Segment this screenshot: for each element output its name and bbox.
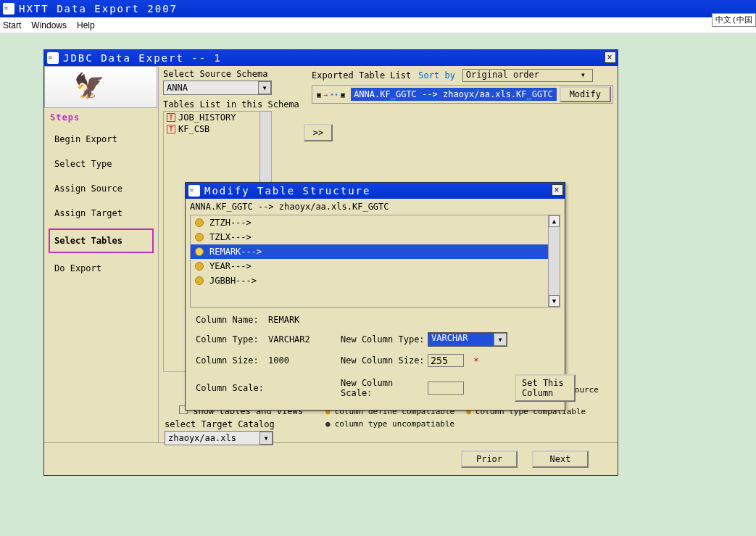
wizard-title: JDBC Data Expert -- 1 — [63, 52, 222, 64]
export-header: Exported Table List Sort by Original ord… — [312, 69, 613, 82]
scroll-up-icon[interactable]: ▲ — [549, 215, 560, 227]
catalog-area: show tables and views select Target Cata… — [165, 405, 317, 445]
source-schema-label: Select Source Schema — [163, 69, 303, 79]
required-star-icon: * — [473, 356, 478, 366]
next-button[interactable]: Next — [532, 450, 589, 468]
chevron-down-icon[interactable]: ▾ — [259, 432, 273, 445]
column-detail-grid: Column Name: REMARK Column Type: VARCHAR… — [186, 308, 565, 409]
column-name: YEAR---> — [209, 261, 252, 271]
column-name: TZLX---> — [209, 232, 252, 242]
step-select-type[interactable]: Select Type — [44, 152, 158, 176]
dialog-titlebar: Modify Table Structure × — [186, 183, 565, 199]
chevron-down-icon[interactable]: ▾ — [258, 81, 271, 94]
menu-help[interactable]: Help — [77, 20, 95, 30]
source-schema-select[interactable]: ANNA ▾ — [163, 81, 272, 95]
eagle-image — [44, 66, 157, 108]
status-icon — [195, 276, 204, 285]
column-row[interactable]: YEAR---> — [191, 259, 560, 273]
new-column-size-input[interactable] — [428, 354, 464, 367]
step-do-export[interactable]: Do Export — [44, 256, 158, 281]
status-icon — [195, 233, 204, 242]
close-icon[interactable]: × — [552, 184, 563, 196]
bullet-icon: ● — [325, 419, 331, 429]
new-column-type-value: VARCHAR — [431, 333, 468, 343]
java-icon — [47, 52, 59, 64]
new-column-scale-input[interactable] — [428, 382, 464, 395]
transfer-icon: ▣→••▣ — [314, 91, 348, 99]
menu-start[interactable]: Start — [3, 20, 21, 30]
sort-value: Original order — [466, 70, 539, 80]
step-assign-source[interactable]: Assign Source — [44, 176, 158, 201]
exported-row[interactable]: ▣→••▣ ANNA.KF_GGTC --> zhaoyx/aa.xls.KF_… — [314, 86, 611, 102]
wizard-titlebar: JDBC Data Expert -- 1 × — [44, 50, 618, 66]
new-column-type-label: New Column Type: — [341, 334, 428, 345]
new-column-size-label: New Column Size: — [341, 355, 428, 366]
catalog-select[interactable]: zhaoyx/aa.xls ▾ — [165, 431, 273, 445]
workspace: JDBC Data Expert -- 1 × Steps Begin Expo… — [0, 33, 756, 536]
prior-button[interactable]: Prior — [461, 450, 518, 468]
exported-mapping: ANNA.KF_GGTC --> zhaoyx/aa.xls.KF_GGTC — [351, 88, 557, 101]
column-name: JGBBH---> — [209, 276, 257, 286]
new-column-scale-label: New Column Scale: — [341, 378, 428, 398]
column-row[interactable]: JGBBH---> — [191, 273, 560, 288]
menubar: Start Windows Help — [0, 17, 756, 33]
column-name-value: REMARK — [268, 315, 341, 325]
app-title: HXTT Data Export 2007 — [19, 3, 178, 15]
new-column-type-select[interactable]: VARCHAR ▾ — [428, 332, 507, 347]
status-icon — [195, 262, 204, 271]
column-row[interactable]: ZTZH---> — [191, 215, 560, 230]
export-list-label: Exported Table List — [312, 70, 411, 81]
source-schema-value: ANNA — [167, 83, 188, 93]
table-row[interactable]: T JOB_HISTORY — [164, 112, 271, 123]
exported-list[interactable]: ▣→••▣ ANNA.KF_GGTC --> zhaoyx/aa.xls.KF_… — [312, 85, 613, 104]
column-row-selected[interactable]: REMARK---> — [191, 244, 560, 259]
catalog-value: zhaoyx/aa.xls — [168, 433, 236, 443]
java-icon — [188, 185, 200, 197]
tables-list-label: Tables List in this Schema — [163, 99, 303, 110]
move-right-button[interactable]: >> — [304, 124, 333, 141]
java-icon — [3, 3, 14, 15]
app-titlebar: HXTT Data Export 2007 — [0, 0, 756, 17]
column-type-value: VARCHAR2 — [268, 334, 341, 345]
dialog-title: Modify Table Structure — [204, 185, 370, 197]
wizard-footer: Prior Next — [44, 442, 618, 475]
status-icon — [195, 247, 204, 256]
table-icon: T — [167, 113, 175, 122]
column-list[interactable]: ZTZH---> TZLX---> REMARK---> YEAR---> JG… — [190, 215, 560, 308]
steps-heading: Steps — [44, 108, 158, 127]
scrollbar[interactable]: ▲ ▼ — [548, 215, 560, 307]
chevron-down-icon[interactable]: ▾ — [494, 333, 507, 346]
column-size-value: 1000 — [268, 355, 341, 366]
dialog-mapping-path: ANNA.KF_GGTC --> zhaoyx/aa.xls.KF_GGTC — [186, 199, 565, 215]
sort-select[interactable]: Original order ▾ — [462, 69, 593, 82]
scroll-down-icon[interactable]: ▼ — [549, 295, 560, 307]
table-name: JOB_HISTORY — [178, 112, 236, 123]
step-begin-export[interactable]: Begin Export — [44, 127, 158, 152]
close-icon[interactable]: × — [605, 51, 616, 63]
column-scale-label: Column Scale: — [196, 383, 268, 393]
catalog-label: select Target Catalog — [165, 419, 317, 429]
modify-structure-dialog: Modify Table Structure × ANNA.KF_GGTC --… — [185, 182, 565, 411]
new-column-size-wrap: * — [428, 354, 515, 367]
table-icon: T — [167, 125, 175, 133]
table-name: KF_CSB — [178, 124, 209, 134]
status-icon — [195, 218, 204, 227]
table-row[interactable]: T KF_CSB — [164, 123, 271, 135]
ime-badge[interactable]: 中文(中国 — [712, 13, 756, 27]
column-name-label: Column Name: — [196, 315, 268, 325]
column-name: REMARK---> — [209, 247, 262, 257]
step-select-tables[interactable]: Select Tables — [49, 228, 154, 253]
set-column-button[interactable]: Set This Column — [515, 374, 576, 402]
steps-panel: Steps Begin Export Select Type Assign So… — [44, 66, 159, 442]
menu-windows[interactable]: Windows — [31, 20, 67, 30]
legend-text: column type uncompatiable — [335, 419, 455, 429]
step-assign-target[interactable]: Assign Target — [44, 201, 158, 226]
legend-row: ● column type uncompatiable — [325, 418, 623, 430]
column-name: ZTZH---> — [209, 218, 252, 228]
column-row[interactable]: TZLX---> — [191, 230, 560, 244]
modify-button[interactable]: Modify — [560, 86, 611, 102]
sort-by-label: Sort by — [418, 70, 455, 81]
column-type-label: Column Type: — [196, 334, 268, 345]
column-size-label: Column Size: — [196, 355, 268, 366]
chevron-down-icon[interactable]: ▾ — [581, 70, 592, 81]
